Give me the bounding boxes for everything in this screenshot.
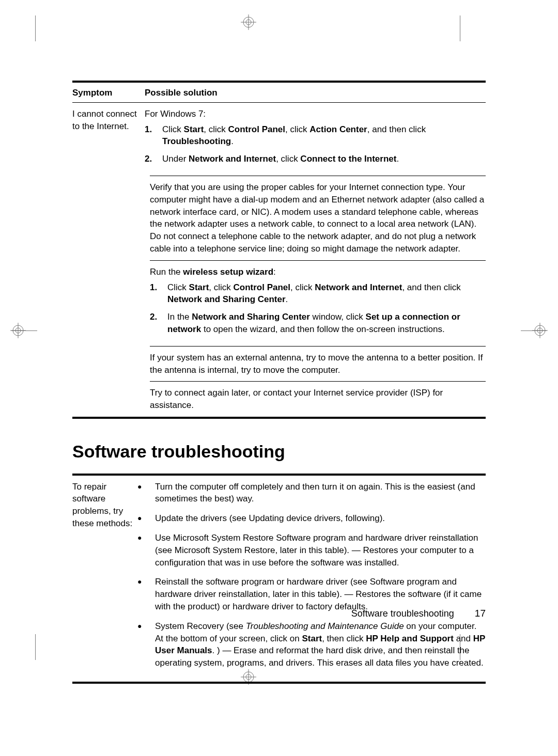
step-text: Click Start, click Control Panel, click … (162, 123, 486, 148)
solution-text: If your system has an external antenna, … (150, 346, 486, 382)
registration-mark-top (241, 14, 256, 30)
step-number: 2. (145, 153, 162, 165)
symptom-text: I cannot connect to the Internet. (72, 103, 145, 176)
list-item: ●Turn the computer off completely and th… (134, 481, 486, 506)
table-row: Verify that you are using the proper cab… (72, 176, 486, 417)
section-heading: Software troubleshooting (72, 439, 486, 464)
col-header-solution: Possible solution (145, 83, 486, 102)
item-text: System Recovery (see Troubleshooting and… (155, 620, 486, 669)
page-content: Symptom Possible solution I cannot conne… (72, 81, 486, 684)
list-item: 1. Click Start, click Control Panel, cli… (145, 123, 486, 148)
solution-text: Verify that you are using the proper cab… (150, 176, 486, 260)
methods-list: ●Turn the computer off completely and th… (134, 476, 486, 682)
item-text: Use Microsoft System Restore Software pr… (155, 532, 486, 569)
step-text: Click Start, click Control Panel, click … (167, 281, 486, 306)
item-text: Update the drivers (see Updating device … (155, 512, 486, 525)
solution-intro: For Windows 7: (145, 108, 486, 120)
solution-block: Run the wireless setup wizard: 1. Click … (150, 261, 486, 346)
step-number: 1. (145, 123, 162, 148)
crop-mark (460, 15, 460, 41)
methods-intro: To repair software problems, try these m… (72, 476, 134, 682)
step-text: Under Network and Internet, click Connec… (162, 153, 486, 165)
solution-text: Try to connect again later, or contact y… (150, 382, 486, 417)
list-item: 1. Click Start, click Control Panel, cli… (150, 281, 486, 306)
crop-mark (521, 330, 547, 331)
crop-mark (11, 330, 37, 331)
list-item: ●Use Microsoft System Restore Software p… (134, 532, 486, 569)
list-item: ●Update the drivers (see Updating device… (134, 512, 486, 525)
bulleted-list: ●Turn the computer off completely and th… (134, 481, 486, 669)
page-footer: Software troubleshooting 17 (72, 607, 486, 621)
step-number: 2. (150, 311, 167, 336)
numbered-steps: 1. Click Start, click Control Panel, cli… (150, 281, 486, 336)
table-row: I cannot connect to the Internet. For Wi… (72, 103, 486, 176)
rule (72, 417, 486, 419)
item-text: Turn the computer off completely and the… (155, 481, 486, 506)
rule (72, 682, 486, 684)
table-header-row: Symptom Possible solution (72, 83, 486, 102)
crop-mark (35, 15, 36, 41)
numbered-steps: 1. Click Start, click Control Panel, cli… (145, 123, 486, 165)
list-item: 2. In the Network and Sharing Center win… (150, 311, 486, 336)
footer-section-label: Software troubleshooting (351, 607, 454, 620)
solution-block: For Windows 7: 1. Click Start, click Con… (145, 103, 486, 176)
bullet-icon: ● (134, 532, 155, 569)
page-number: 17 (475, 607, 486, 621)
step-text: In the Network and Sharing Center window… (167, 311, 486, 336)
bullet-icon: ● (134, 620, 155, 669)
table-row: To repair software problems, try these m… (72, 476, 486, 682)
bullet-icon: ● (134, 481, 155, 506)
solution-intro: Run the wireless setup wizard: (150, 266, 486, 278)
step-number: 1. (150, 281, 167, 306)
list-item: ● System Recovery (see Troubleshooting a… (134, 620, 486, 669)
col-header-symptom: Symptom (72, 83, 145, 102)
crop-mark (35, 634, 36, 660)
bullet-icon: ● (134, 512, 155, 525)
list-item: 2. Under Network and Internet, click Con… (145, 153, 486, 165)
